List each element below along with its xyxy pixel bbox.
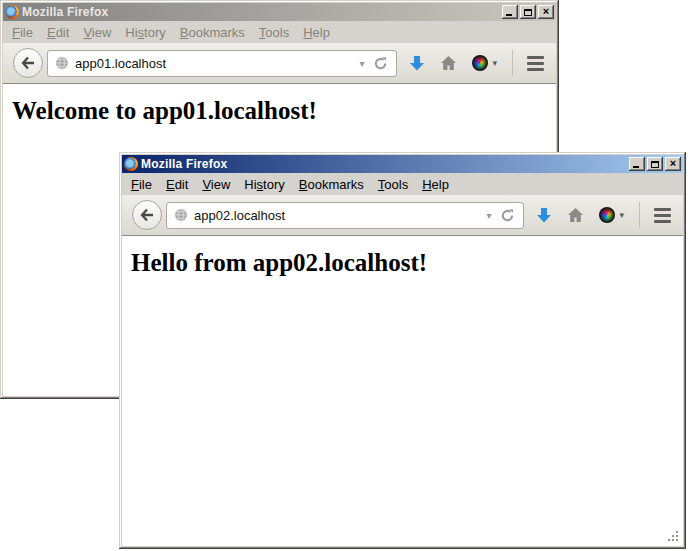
toolbar-separator xyxy=(512,50,513,76)
reload-icon xyxy=(500,208,515,223)
menu-help[interactable]: Help xyxy=(415,175,456,194)
maximize-icon xyxy=(651,161,659,168)
menu-file[interactable]: File xyxy=(5,23,40,42)
page-content: Hello from app02.localhost! xyxy=(122,236,683,546)
navigation-toolbar: app01.localhost ▾ ▾ xyxy=(3,43,556,84)
extension-button[interactable]: ▾ xyxy=(469,55,500,71)
window-title: Mozilla Firefox xyxy=(141,157,626,172)
back-arrow-icon xyxy=(138,206,156,224)
close-icon: × xyxy=(543,6,549,17)
download-arrow-icon xyxy=(536,207,552,224)
downloads-button[interactable] xyxy=(533,207,555,224)
close-button[interactable]: × xyxy=(538,5,554,19)
maximize-icon xyxy=(524,9,532,16)
toolbar-separator xyxy=(639,202,640,228)
maximize-button[interactable] xyxy=(647,157,663,171)
url-text[interactable]: app01.localhost xyxy=(75,56,351,71)
home-button[interactable] xyxy=(564,207,587,223)
browser-window-app02: Mozilla Firefox × FileEditViewHistoryBoo… xyxy=(119,152,686,549)
firefox-logo-icon xyxy=(124,157,138,171)
menu-bar: FileEditViewHistoryBookmarksToolsHelp xyxy=(122,173,683,195)
close-icon: × xyxy=(670,158,676,169)
globe-icon xyxy=(174,208,188,222)
titlebar[interactable]: Mozilla Firefox × xyxy=(122,155,683,173)
minimize-icon xyxy=(506,14,512,16)
home-icon xyxy=(440,55,457,71)
menu-edit[interactable]: Edit xyxy=(159,175,195,194)
window-title: Mozilla Firefox xyxy=(22,5,499,20)
globe-icon xyxy=(55,56,69,70)
navigation-toolbar: app02.localhost ▾ ▾ xyxy=(122,195,683,236)
reload-button[interactable] xyxy=(499,208,516,223)
colorful-circle-icon xyxy=(472,55,488,71)
address-bar[interactable]: app01.localhost ▾ xyxy=(47,50,397,77)
reload-icon xyxy=(373,56,388,71)
menu-view[interactable]: View xyxy=(195,175,237,194)
address-bar[interactable]: app02.localhost ▾ xyxy=(166,202,524,229)
firefox-logo-icon xyxy=(5,5,19,19)
urlbar-dropdown-icon[interactable]: ▾ xyxy=(484,210,493,221)
colorful-circle-icon xyxy=(599,207,615,223)
menu-help[interactable]: Help xyxy=(296,23,337,42)
resize-grip[interactable] xyxy=(667,530,680,543)
extension-dropdown-icon: ▾ xyxy=(492,58,497,68)
download-arrow-icon xyxy=(409,55,425,72)
reload-button[interactable] xyxy=(372,56,389,71)
close-button[interactable]: × xyxy=(665,157,681,171)
minimize-button[interactable] xyxy=(629,157,645,171)
page-heading: Welcome to app01.localhost! xyxy=(12,97,556,125)
back-button[interactable] xyxy=(132,200,162,230)
maximize-button[interactable] xyxy=(520,5,536,19)
downloads-button[interactable] xyxy=(406,55,428,72)
menu-view[interactable]: View xyxy=(76,23,118,42)
urlbar-dropdown-icon[interactable]: ▾ xyxy=(357,58,366,69)
menu-bookmarks[interactable]: Bookmarks xyxy=(173,23,252,42)
url-text[interactable]: app02.localhost xyxy=(194,208,478,223)
menu-bar: FileEditViewHistoryBookmarksToolsHelp xyxy=(3,21,556,43)
menu-tools[interactable]: Tools xyxy=(371,175,415,194)
menu-edit[interactable]: Edit xyxy=(40,23,76,42)
home-button[interactable] xyxy=(437,55,460,71)
minimize-button[interactable] xyxy=(502,5,518,19)
menu-bookmarks[interactable]: Bookmarks xyxy=(292,175,371,194)
menu-history[interactable]: History xyxy=(118,23,172,42)
menu-tools[interactable]: Tools xyxy=(252,23,296,42)
menu-button[interactable] xyxy=(525,56,546,71)
back-arrow-icon xyxy=(19,54,37,72)
menu-button[interactable] xyxy=(652,208,673,223)
extension-dropdown-icon: ▾ xyxy=(619,210,624,220)
extension-button[interactable]: ▾ xyxy=(596,207,627,223)
page-heading: Hello from app02.localhost! xyxy=(131,249,683,277)
minimize-icon xyxy=(633,166,639,168)
home-icon xyxy=(567,207,584,223)
menu-history[interactable]: History xyxy=(237,175,291,194)
back-button[interactable] xyxy=(13,48,43,78)
titlebar[interactable]: Mozilla Firefox × xyxy=(3,3,556,21)
menu-file[interactable]: File xyxy=(124,175,159,194)
